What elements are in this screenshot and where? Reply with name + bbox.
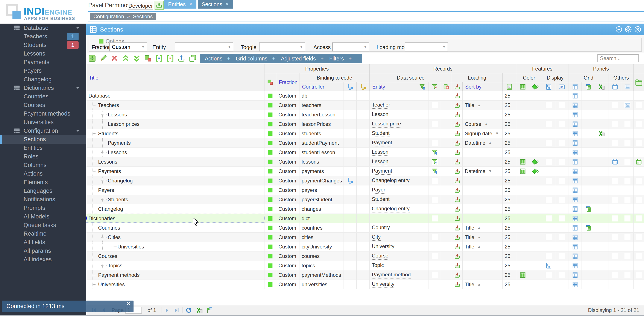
sidebar-item-countries[interactable]: Countries (0, 92, 86, 101)
column-header-title[interactable]: Title (86, 64, 264, 91)
cell-sort-by[interactable] (462, 148, 502, 157)
sidebar-item-all-indexes[interactable]: All indexes (0, 255, 86, 264)
column-header-folder[interactable] (634, 73, 644, 91)
toolbar-add-filters[interactable]: + (348, 55, 352, 62)
grid-row-lessons[interactable]: LessonsCustomstudentLessonLesson25 (86, 148, 644, 157)
cell-sort-by[interactable]: Datetime▲ (462, 138, 502, 148)
column-header-per-page[interactable]: N (502, 82, 516, 91)
cell-sort-by[interactable] (462, 251, 502, 261)
entity-link[interactable]: Student (372, 130, 390, 137)
tab-sections[interactable]: Sections✕ (198, 0, 233, 8)
sidebar-item-courses[interactable]: Courses (0, 101, 86, 109)
tree-node-lessons[interactable]: Lessons (86, 157, 264, 166)
tree-node-universities[interactable]: Universities (86, 280, 264, 289)
tab-close-icon[interactable]: ✕ (189, 2, 192, 7)
entity-link[interactable]: Payment (372, 140, 392, 147)
entity-link[interactable]: Payer (372, 187, 385, 194)
grid-row-payers[interactable]: PayersCustompayersPayer25 (86, 185, 644, 195)
entity-link[interactable]: Student (372, 196, 390, 203)
grid-row-lesson-prices[interactable]: Lesson pricesCustomlessonPricesLesson pr… (86, 119, 644, 129)
grid-row-database[interactable]: DatabaseCustomdb25 (86, 91, 644, 101)
sidebar-item-payments[interactable]: Payments (0, 58, 86, 66)
bracket-orange-button[interactable] (166, 54, 174, 62)
edit-button[interactable] (100, 54, 107, 62)
entity-link[interactable]: Country (372, 224, 390, 231)
grid-row-dictionaries[interactable]: DictionariesCustomdict25 (86, 214, 644, 223)
entity-link[interactable]: Course (372, 253, 388, 260)
cell-sort-by[interactable] (462, 214, 502, 223)
sidebar-item-teachers[interactable]: Teachers1 (0, 32, 86, 41)
toolbar-button-adjusted-fields[interactable]: Adjusted fields (281, 55, 316, 62)
column-header-keep[interactable] (452, 82, 462, 91)
entity-link[interactable]: Lesson (372, 158, 388, 165)
column-header-grid-list[interactable] (582, 82, 595, 91)
tab-entities[interactable]: Entities✕ (164, 0, 196, 8)
sidebar-item-actions[interactable]: Actions (0, 169, 86, 178)
column-header-entity[interactable]: Entity (370, 82, 416, 91)
column-header-filter[interactable] (416, 82, 428, 91)
tree-node-payment-methods[interactable]: Payment methods (86, 270, 264, 280)
option-select-toggle[interactable]: ▼ (259, 42, 305, 51)
sidebar-item-configuration[interactable]: Configuration (0, 127, 86, 135)
pager-last-icon[interactable] (174, 307, 180, 314)
tree-node-dictionaries[interactable]: Dictionaries (86, 214, 264, 223)
entity-link[interactable]: Changelog entry (372, 177, 410, 184)
entity-link[interactable]: Changelog entry (372, 206, 410, 212)
entity-link[interactable]: Lesson (372, 149, 388, 156)
sidebar-item-prompts[interactable]: Prompts (0, 204, 86, 212)
sidebar-item-roles[interactable]: Roles (0, 152, 86, 161)
tree-node-changelog[interactable]: Changelog (86, 204, 264, 213)
grid-row-payment-methods[interactable]: Payment methodsCustompaymentMethodsPayme… (86, 270, 644, 280)
sidebar-item-entities[interactable]: Entities (0, 144, 86, 152)
entity-link[interactable]: Topic (372, 262, 384, 269)
grid-row-changelog[interactable]: ChangelogCustomchangesChangelog entry25 (86, 204, 644, 214)
column-header-controller[interactable]: Controller (300, 82, 344, 91)
toolbar-button-filters[interactable]: Filters (329, 55, 344, 62)
cell-sort-by[interactable]: Title▲ (462, 223, 502, 232)
cell-sort-by[interactable]: Title▲ (462, 101, 502, 110)
grid-row-students[interactable]: StudentsCustompayerStudentStudent25 (86, 195, 644, 204)
tree-node-payments[interactable]: Payments (86, 138, 264, 148)
grid-row-universities[interactable]: UniversitiesCustomcityUniversityUniversi… (86, 242, 644, 251)
excel-export-icon[interactable] (197, 307, 203, 314)
column-header-link-blue[interactable] (344, 82, 356, 91)
grid-row-cities[interactable]: CitiesCustomcitiesCityTitle▲25 (86, 233, 644, 242)
sidebar-item-all-fields[interactable]: All fields (0, 238, 86, 247)
cell-sort-by[interactable]: Title▲ (462, 280, 502, 289)
toolbar-add-actions[interactable]: + (227, 55, 230, 62)
copy-button[interactable] (189, 54, 196, 62)
cell-sort-by[interactable]: Title▲ (462, 233, 502, 242)
grid-row-students[interactable]: StudentsCustomstudentsStudentSignup date… (86, 129, 644, 138)
toolbar-add-grid-columns[interactable]: + (272, 55, 276, 62)
column-header-display-n[interactable]: N (542, 82, 555, 91)
tree-node-changelog[interactable]: Changelog (86, 176, 264, 185)
column-header-add-record[interactable] (441, 82, 452, 91)
cell-sort-by[interactable] (462, 261, 502, 270)
move-down-button[interactable] (133, 54, 140, 62)
flag-icon[interactable] (206, 307, 212, 314)
cell-sort-by[interactable]: Title▲ (462, 242, 502, 251)
sidebar-item-languages[interactable]: Languages (0, 186, 86, 195)
cell-sort-by[interactable] (462, 157, 502, 166)
breadcrumb[interactable]: Configuration » Sections (90, 13, 156, 20)
entity-link[interactable]: University (372, 243, 394, 250)
sidebar-item-sections[interactable]: Sections (0, 135, 86, 144)
tree-node-courses[interactable]: Courses (86, 251, 264, 261)
tree-node-universities[interactable]: Universities (86, 242, 264, 251)
option-select-access[interactable]: ▼ (332, 42, 369, 51)
grid-row-payments[interactable]: PaymentsCustompaymentsPaymentDatetime▼25 (86, 166, 644, 176)
grid-row-changelog[interactable]: ChangelogCustompaymentChangesChangelog e… (86, 176, 644, 185)
move-button[interactable] (144, 54, 152, 62)
cell-sort-by[interactable] (462, 270, 502, 280)
column-header-image[interactable] (621, 82, 634, 91)
column-header-grid-excel[interactable] (595, 82, 609, 91)
upload-button[interactable] (178, 54, 185, 62)
cell-sort-by[interactable] (462, 195, 502, 204)
cell-sort-by[interactable] (462, 91, 502, 100)
entity-link[interactable]: Lesson price (372, 121, 401, 128)
tree-node-students[interactable]: Students (86, 129, 264, 138)
option-select-entity[interactable]: ▼ (175, 42, 233, 51)
add-button[interactable] (88, 54, 96, 62)
cell-sort-by[interactable]: Signup date▼ (462, 129, 502, 138)
tree-node-payers[interactable]: Payers (86, 185, 264, 195)
